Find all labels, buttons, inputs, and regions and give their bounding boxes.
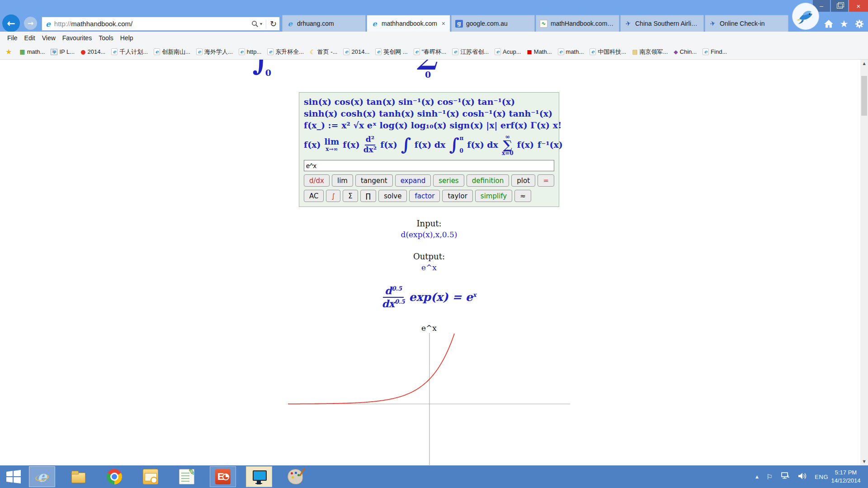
bookmark-label: Math... bbox=[534, 48, 552, 55]
calc-button[interactable]: ∏ bbox=[360, 190, 376, 202]
home-button[interactable] bbox=[823, 18, 835, 30]
calc-button[interactable]: factor bbox=[409, 190, 440, 202]
fx-token[interactable]: f(x) bbox=[380, 139, 397, 150]
browser-tab[interactable]: g google.com.au bbox=[451, 15, 535, 32]
network-icon[interactable] bbox=[780, 472, 790, 482]
indefinite-integral-operator[interactable]: ∫ bbox=[401, 136, 411, 154]
calc-button[interactable]: d/dx bbox=[304, 174, 330, 187]
bookmark-item[interactable]: e Find... bbox=[703, 48, 727, 55]
close-button[interactable]: × bbox=[849, 0, 868, 12]
calc-button[interactable]: taylor bbox=[442, 190, 472, 202]
taskbar-clock[interactable]: 5:17 PM 14/12/2014 bbox=[826, 469, 865, 485]
menu-item[interactable]: File bbox=[7, 34, 18, 42]
taskbar-app-tile[interactable] bbox=[65, 466, 91, 487]
bookmark-item[interactable]: ▦ math... bbox=[19, 48, 45, 55]
taskbar-app-tile[interactable] bbox=[137, 466, 164, 487]
calc-button[interactable]: plot bbox=[511, 174, 535, 187]
browser-tab[interactable]: e mathhandbook.com × bbox=[367, 15, 450, 32]
bookmark-item[interactable]: ★ bbox=[5, 47, 14, 56]
hidden-icons-chevron[interactable]: ▲ bbox=[755, 474, 759, 479]
browser-tab[interactable]: ✈ China Southern Airline... bbox=[620, 15, 704, 32]
bookmark-item[interactable]: e 中国科技... bbox=[590, 48, 626, 56]
app-icon bbox=[179, 469, 194, 484]
browser-tab[interactable]: ∿ mathHandbook.com -... bbox=[536, 15, 619, 32]
bookmark-favicon: e bbox=[452, 48, 458, 55]
calc-button[interactable]: expand bbox=[395, 174, 431, 187]
browser-tab[interactable]: ✈ Online Check-in bbox=[705, 15, 788, 32]
bookmark-item[interactable]: e 英创网 ... bbox=[375, 48, 407, 56]
bookmark-item[interactable]: e 2014... bbox=[343, 48, 369, 55]
vertical-scrollbar[interactable]: ▲ ▼ bbox=[860, 60, 868, 465]
menu-item[interactable]: View bbox=[42, 34, 56, 42]
forward-button[interactable]: → bbox=[24, 17, 37, 30]
menu-item[interactable]: Tools bbox=[99, 34, 113, 42]
trig-functions-row[interactable]: sin(x) cos(x) tan(x) sin⁻¹(x) cos⁻¹(x) t… bbox=[304, 96, 554, 108]
calc-button[interactable]: solve bbox=[378, 190, 407, 202]
browser-brand-logo[interactable] bbox=[792, 3, 819, 30]
summation-operator[interactable]: ∞ ∑ x=0 bbox=[502, 134, 514, 156]
bookmark-item[interactable]: e 东升杯全... bbox=[267, 48, 304, 56]
bookmark-item[interactable]: e Acup... bbox=[495, 48, 521, 55]
bookmark-item[interactable]: ☾ 首页 -... bbox=[310, 48, 337, 56]
fx-token[interactable]: f(x) bbox=[343, 139, 359, 150]
basic-functions-row[interactable]: f(x_) := x² √x eˣ log(x) log₁₀(x) sign(x… bbox=[304, 119, 554, 131]
bookmark-item[interactable]: e math... bbox=[558, 48, 584, 55]
calc-button[interactable]: ∫ bbox=[326, 190, 340, 202]
calc-button[interactable]: AC bbox=[304, 190, 324, 202]
address-dropdown-icon[interactable]: ▾ bbox=[260, 21, 262, 26]
second-derivative-operator[interactable]: d² dx² bbox=[363, 135, 377, 154]
address-bar[interactable]: e http://mathhandbook.com/ ▾ ↻ bbox=[42, 17, 280, 31]
taskbar-app-tile[interactable] bbox=[282, 466, 308, 487]
bookmark-item[interactable]: ip IP L... bbox=[51, 48, 75, 55]
calc-button[interactable]: simplify bbox=[475, 190, 512, 202]
back-button[interactable]: ← bbox=[2, 14, 20, 32]
volume-icon[interactable] bbox=[798, 472, 807, 482]
start-button[interactable] bbox=[6, 470, 21, 483]
bookmark-item[interactable]: ▤ 南京领军... bbox=[632, 48, 668, 56]
bookmark-item[interactable]: e 千人计划... bbox=[111, 48, 148, 56]
taskbar-app-tile[interactable] bbox=[210, 466, 236, 487]
fx-token[interactable]: f(x) bbox=[304, 139, 321, 150]
restore-button[interactable] bbox=[831, 0, 848, 12]
refresh-icon[interactable]: ↻ bbox=[270, 19, 277, 28]
url-text[interactable]: http://mathhandbook.com/ bbox=[54, 20, 248, 28]
bookmark-item[interactable]: e http... bbox=[239, 48, 262, 55]
bookmark-item[interactable]: e 创新南山... bbox=[154, 48, 190, 56]
calc-button[interactable]: definition bbox=[467, 174, 509, 187]
calc-button[interactable]: tangent bbox=[355, 174, 393, 187]
calc-button[interactable]: lim bbox=[332, 174, 353, 187]
settings-button[interactable] bbox=[854, 18, 865, 30]
action-center-flag-icon[interactable]: ⚐ bbox=[766, 473, 773, 481]
bookmark-item[interactable]: e "春晖杯... bbox=[414, 48, 446, 56]
taskbar-app-tile[interactable] bbox=[101, 466, 127, 487]
tab-close-icon[interactable]: × bbox=[441, 20, 446, 27]
bookmark-item[interactable]: e 江苏省创... bbox=[452, 48, 489, 56]
bookmark-item[interactable]: ■ Math... bbox=[527, 48, 552, 55]
taskbar-app-tile[interactable] bbox=[29, 466, 55, 487]
favorites-button[interactable]: ★ bbox=[838, 18, 850, 30]
menu-item[interactable]: Favourites bbox=[62, 34, 92, 42]
calc-button[interactable]: = bbox=[538, 174, 554, 187]
fx-token[interactable]: f(x) bbox=[517, 139, 533, 150]
taskbar-app-tile[interactable] bbox=[246, 466, 272, 487]
expression-input[interactable] bbox=[304, 160, 554, 171]
menu-item[interactable]: Help bbox=[120, 34, 133, 42]
calc-button[interactable]: series bbox=[433, 174, 464, 187]
menu-item[interactable]: Edit bbox=[24, 34, 35, 42]
taskbar-app-tile[interactable] bbox=[174, 466, 200, 487]
scroll-up-icon[interactable]: ▲ bbox=[860, 60, 868, 67]
bookmark-item[interactable]: e 海外学人... bbox=[196, 48, 233, 56]
calc-button[interactable]: Σ bbox=[343, 190, 358, 202]
bookmark-item[interactable]: ● 2014... bbox=[80, 48, 105, 55]
inverse-function-token[interactable]: f⁻¹(x) bbox=[538, 139, 563, 150]
calculus-operations-row[interactable]: f(x) lim x→∞ f(x) d² dx² f(x) ∫ f(x) dx … bbox=[304, 133, 554, 156]
search-icon[interactable] bbox=[251, 20, 259, 28]
calc-button[interactable]: ≈ bbox=[514, 190, 531, 202]
browser-tab[interactable]: e drhuang.com bbox=[282, 15, 366, 32]
scrollbar-thumb[interactable] bbox=[861, 76, 867, 116]
bookmark-item[interactable]: ◆ Chin... bbox=[674, 48, 697, 55]
definite-integral-operator[interactable]: ∫ π0 bbox=[449, 136, 463, 154]
scroll-down-icon[interactable]: ▼ bbox=[860, 458, 868, 465]
hyperbolic-functions-row[interactable]: sinh(x) cosh(x) tanh(x) sinh⁻¹(x) cosh⁻¹… bbox=[304, 108, 554, 119]
limit-operator[interactable]: lim x→∞ bbox=[324, 138, 339, 152]
